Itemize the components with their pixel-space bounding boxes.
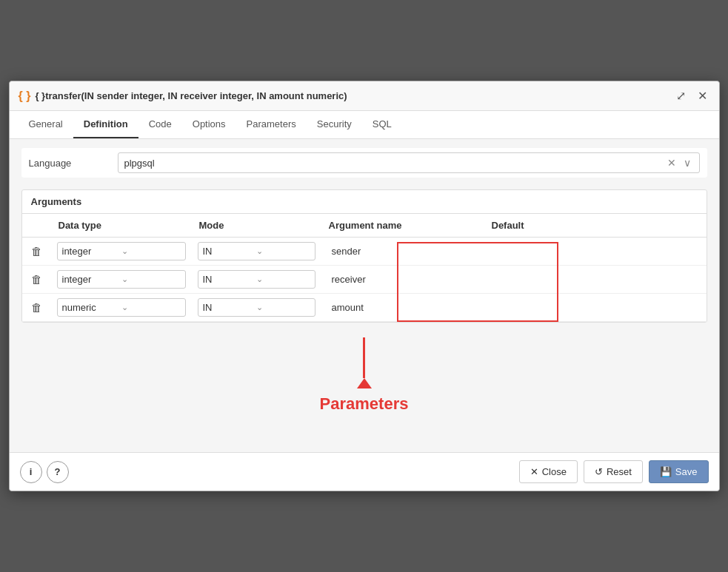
annotation-label: Parameters <box>320 394 409 414</box>
tab-parameters[interactable]: Parameters <box>236 111 307 138</box>
arrow-head <box>357 378 372 388</box>
mode-row1-select[interactable]: IN ⌄ <box>198 242 315 260</box>
footer-right: ✕ Close ↺ Reset 💾 Save <box>519 460 709 483</box>
datatype-row1-value: integer <box>62 246 121 257</box>
language-clear-button[interactable]: ✕ <box>665 157 678 169</box>
close-window-button[interactable]: ✕ <box>695 87 710 104</box>
save-button[interactable]: 💾 Save <box>649 460 709 483</box>
delete-row-1-button[interactable]: 🗑 <box>28 243 45 259</box>
language-control[interactable]: plpgsql ✕ ∨ <box>118 152 700 173</box>
expand-button[interactable]: ⤢ <box>673 87 689 104</box>
reset-label: Reset <box>607 466 632 477</box>
datatype-row1-select[interactable]: integer ⌄ <box>57 242 186 260</box>
arrow-line <box>363 337 365 378</box>
title-left: { } { }transfer(IN sender integer, IN re… <box>19 90 347 103</box>
mode-row2-value: IN <box>203 274 257 285</box>
delete-row-3-button[interactable]: 🗑 <box>28 300 45 315</box>
col-header-argname: Argument name <box>321 214 484 238</box>
arguments-section: Arguments Data type Mode Argument name D… <box>21 189 707 323</box>
table-row: 🗑 numeric ⌄ IN ⌄ <box>22 294 707 322</box>
tab-sql[interactable]: SQL <box>362 111 402 138</box>
footer: i ? ✕ Close ↺ Reset 💾 Save <box>10 452 719 491</box>
default-row3-input[interactable] <box>490 299 701 316</box>
dialog-title: { }transfer(IN sender integer, IN receiv… <box>35 90 347 101</box>
default-row1-input[interactable] <box>490 243 701 260</box>
datatype-row3-value: numeric <box>62 302 121 313</box>
col-header-mode: Mode <box>192 214 321 238</box>
mode-row3-value: IN <box>203 302 257 313</box>
argname-row3-input[interactable] <box>327 299 478 316</box>
footer-left: i ? <box>20 461 69 483</box>
info-icon: i <box>30 466 33 477</box>
delete-row-2-button[interactable]: 🗑 <box>28 272 45 287</box>
mode-row1-chevron: ⌄ <box>256 246 310 256</box>
tab-security[interactable]: Security <box>307 111 362 138</box>
datatype-row2-select[interactable]: integer ⌄ <box>57 270 186 289</box>
mode-row1-value: IN <box>203 246 257 257</box>
reset-icon: ↺ <box>595 466 603 477</box>
datatype-row3-select[interactable]: numeric ⌄ <box>57 298 186 317</box>
col-header-datatype: Data type <box>51 214 192 238</box>
info-button[interactable]: i <box>20 461 42 483</box>
dialog: { } { }transfer(IN sender integer, IN re… <box>9 81 720 491</box>
argname-row1-input[interactable] <box>327 243 478 260</box>
language-value: plpgsql <box>124 158 665 169</box>
datatype-row2-chevron: ⌄ <box>121 275 181 284</box>
mode-row2-select[interactable]: IN ⌄ <box>198 270 315 289</box>
tab-options[interactable]: Options <box>182 111 236 138</box>
args-table: Data type Mode Argument name Default 🗑 <box>22 214 707 322</box>
close-icon: ✕ <box>530 466 538 477</box>
argname-row2-input[interactable] <box>327 271 478 288</box>
reset-button[interactable]: ↺ Reset <box>584 460 643 483</box>
table-row: 🗑 integer ⌄ IN ⌄ <box>22 238 707 266</box>
datatype-row2-value: integer <box>62 274 121 285</box>
col-header-default: Default <box>484 214 707 238</box>
args-table-wrapper: Data type Mode Argument name Default 🗑 <box>22 214 707 322</box>
title-actions: ⤢ ✕ <box>673 87 710 104</box>
tab-general[interactable]: General <box>19 111 73 138</box>
save-icon: 💾 <box>660 466 672 477</box>
language-label: Language <box>29 158 118 169</box>
close-label: Close <box>542 466 567 477</box>
title-bar: { } { }transfer(IN sender integer, IN re… <box>10 81 719 111</box>
save-label: Save <box>675 466 698 477</box>
mode-row3-chevron: ⌄ <box>256 303 310 312</box>
table-row: 🗑 integer ⌄ IN ⌄ <box>22 266 707 294</box>
tab-code[interactable]: Code <box>138 111 182 138</box>
annotation-area: Parameters <box>21 323 707 443</box>
mode-row2-chevron: ⌄ <box>256 275 310 284</box>
language-dropdown-button[interactable]: ∨ <box>681 157 693 169</box>
col-header-delete <box>22 214 51 238</box>
default-row2-input[interactable] <box>490 271 701 288</box>
language-control-actions: ✕ ∨ <box>665 157 693 169</box>
language-row: Language plpgsql ✕ ∨ <box>21 148 707 178</box>
tab-definition[interactable]: Definition <box>73 111 138 138</box>
help-icon: ? <box>55 466 61 477</box>
datatype-row3-chevron: ⌄ <box>121 303 181 312</box>
close-button[interactable]: ✕ Close <box>519 460 578 483</box>
mode-row3-select[interactable]: IN ⌄ <box>198 298 315 317</box>
help-button[interactable]: ? <box>47 461 69 483</box>
tab-bar: General Definition Code Options Paramete… <box>10 111 719 139</box>
function-icon: { } <box>19 90 31 103</box>
content-area: Language plpgsql ✕ ∨ Arguments <box>10 139 719 452</box>
datatype-row1-chevron: ⌄ <box>121 246 181 256</box>
arguments-header: Arguments <box>22 190 707 214</box>
